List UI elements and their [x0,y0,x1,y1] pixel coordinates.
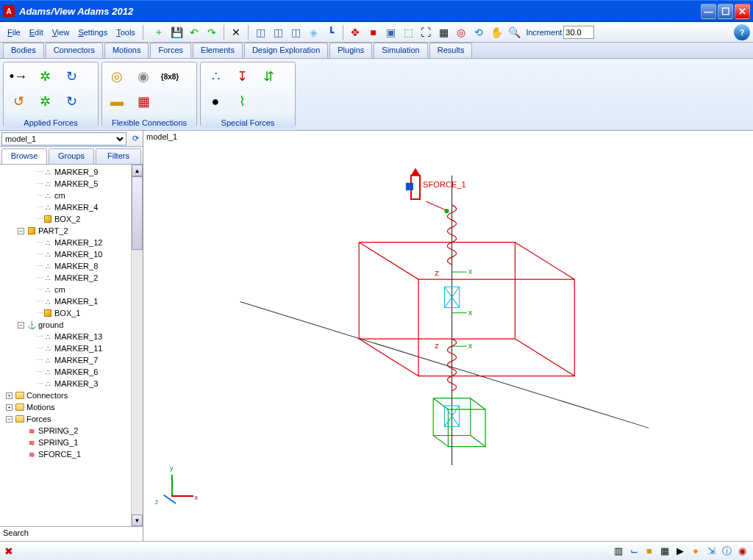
help-button[interactable]: ? [734,24,750,40]
undo-icon[interactable]: ↶ [186,24,202,40]
multi-force-icon[interactable]: ✲ [33,65,57,87]
redo-icon[interactable]: ↷ [204,24,220,40]
tree-row[interactable]: ⋯∴cm [0,284,143,295]
tree-row[interactable]: ⋯∴MARKER_11 [0,342,143,354]
connect-icon[interactable]: ⇲ [704,545,718,558]
rot-force-icon[interactable]: ↺ [7,90,30,112]
menu-edit[interactable]: Edit [25,26,48,38]
grid-toggle-icon[interactable]: ▥ [612,545,625,558]
tab-motions[interactable]: Motions [104,43,149,58]
tab-forces[interactable]: Forces [150,43,191,58]
tree-row[interactable]: ⋯∴MARKER_3 [0,378,143,390]
field-icon[interactable]: ▦ [132,90,155,112]
collapse-icon[interactable]: − [18,322,24,329]
tree-row[interactable]: ⋯∴MARKER_6 [0,366,143,378]
minimize-button[interactable]: — [701,4,716,19]
close-button[interactable]: ✕ [735,4,750,19]
new-icon[interactable]: ＋ [151,24,167,40]
tree-row[interactable]: ⋯∴cm [0,190,143,201]
rotate-icon[interactable]: ⟲ [471,24,487,40]
record-icon[interactable]: ◉ [735,545,749,558]
view-right-icon[interactable]: ◫ [270,24,286,40]
tab-simulation[interactable]: Simulation [374,43,427,58]
expand-icon[interactable]: + [6,392,13,399]
tree-row[interactable]: +Motions [0,401,143,413]
matrix-icon[interactable]: {8x8} [158,65,182,87]
gen-force-icon[interactable]: ✲ [33,90,57,112]
menu-view[interactable]: View [48,26,74,38]
fit-icon[interactable]: ⛶ [418,24,434,40]
stop-icon[interactable]: ■ [365,24,381,40]
bushing-icon[interactable]: ◎ [105,65,129,87]
render-mode-icon[interactable]: ■ [643,545,656,558]
group-select-icon[interactable]: ⬚ [400,24,416,40]
tree-row[interactable]: ⋯∴MARKER_7 [0,354,143,366]
tree-row[interactable]: ⋯∴MARKER_12 [0,237,143,248]
tree-row[interactable]: −⚓ground [0,319,143,331]
tree-row[interactable]: ≋SPRING_2 [0,425,143,437]
friction-icon[interactable]: ⌇ [230,90,254,112]
scroll-up-icon[interactable]: ▲ [132,165,143,176]
triad-toggle-icon[interactable]: ⌙ [627,545,640,558]
model-select[interactable]: model_1 [1,132,126,146]
zoom-icon[interactable]: 🔍 [506,24,522,40]
cursor-icon[interactable]: ▶ [674,545,687,558]
tab-design-exploration[interactable]: Design Exploration [244,43,328,58]
collapse-icon[interactable]: − [6,416,13,423]
gravity-icon[interactable]: ↧ [230,65,254,87]
tab-plugins[interactable]: Plugins [329,43,372,58]
modal-force-icon[interactable]: ↻ [60,90,83,112]
tree-scrollbar[interactable]: ▲ ▼ [131,165,143,526]
spiral-icon[interactable]: ◉ [132,65,155,87]
tree-row[interactable]: ≋SPRING_1 [0,437,143,448]
tree-row[interactable]: −PART_2 [0,225,143,237]
view-front-icon[interactable]: ◫ [252,24,268,40]
select-arrows-icon[interactable]: ✥ [347,24,363,40]
viewport[interactable]: model_1 [143,131,753,541]
collapse-icon[interactable]: − [18,228,24,234]
save-icon[interactable]: 💾 [168,24,185,40]
view-top-icon[interactable]: ◫ [288,24,304,40]
contact-icon[interactable]: ∴ [204,65,227,87]
tab-results[interactable]: Results [429,43,473,58]
tree-tab-groups[interactable]: Groups [49,148,94,164]
tab-elements[interactable]: Elements [193,43,243,58]
wireframe-icon[interactable]: ▦ [658,545,671,558]
beam-icon[interactable]: ▬ [105,90,129,112]
tab-bodies[interactable]: Bodies [3,43,44,58]
center-icon[interactable]: ◎ [453,24,469,40]
tree-row[interactable]: ⋯∴MARKER_10 [0,248,143,260]
axes-icon[interactable]: ┗ [323,24,339,40]
marquee-icon[interactable]: ▦ [435,24,452,40]
single-force-icon[interactable]: •→ [7,65,30,87]
info-icon[interactable]: ⓘ [720,545,733,558]
menu-tools[interactable]: Tools [112,26,140,38]
command-icon[interactable]: ✖ [4,545,13,557]
tree-tab-browse[interactable]: Browse [1,148,47,164]
tree-tab-filters[interactable]: Filters [96,148,141,164]
increment-input[interactable] [563,26,594,39]
globe-icon[interactable]: ● [689,545,702,558]
tree-row[interactable]: ⋯∴MARKER_8 [0,260,143,272]
menu-settings[interactable]: Settings [74,26,112,38]
tree-row[interactable]: ⋯∴MARKER_1 [0,295,143,307]
refresh-tree-icon[interactable]: ⟳ [128,131,143,146]
menu-file[interactable]: File [3,26,25,38]
expand-icon[interactable]: + [6,404,13,411]
tree-row[interactable]: ⋯BOX_1 [0,307,143,319]
arrows-icon[interactable]: ⇵ [257,65,280,87]
pan-icon[interactable]: ✋ [488,24,504,40]
scroll-thumb[interactable] [132,176,143,250]
tree-row[interactable]: ≋SFORCE_1 [0,448,143,460]
tire-icon[interactable]: ● [204,90,227,112]
tree-row[interactable]: ⋯∴MARKER_13 [0,331,143,342]
maximize-button[interactable]: ☐ [718,4,733,19]
tree-row[interactable]: ⋯∴MARKER_5 [0,178,143,190]
torque-icon[interactable]: ↻ [60,65,83,87]
tree-row[interactable]: ⋯BOX_2 [0,213,143,225]
tools-icon[interactable]: ✕ [228,24,244,40]
model-tree[interactable]: ▲ ▼ ⋯∴MARKER_9 ⋯∴MARKER_5 ⋯∴cm ⋯∴MARKER_… [0,165,143,526]
select-sim-icon[interactable]: ▣ [382,24,399,40]
tab-connectors[interactable]: Connectors [46,43,103,58]
view-iso-icon[interactable]: ◈ [305,24,321,40]
